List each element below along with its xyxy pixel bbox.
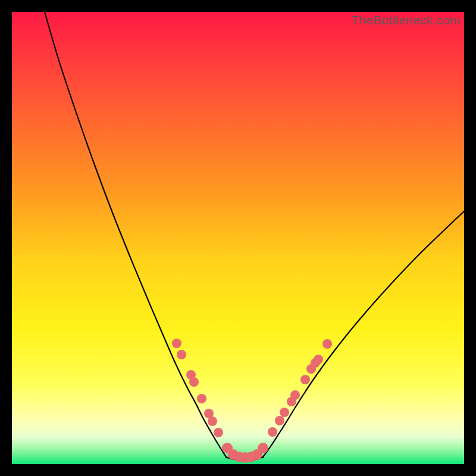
- data-marker: [197, 394, 206, 403]
- data-marker: [258, 443, 268, 453]
- watermark-text: TheBottleneck.com: [352, 13, 461, 27]
- data-marker: [208, 416, 217, 426]
- data-marker: [214, 428, 223, 437]
- data-marker: [322, 339, 332, 349]
- chart-frame: TheBottleneck.com: [12, 12, 464, 464]
- data-marker: [280, 408, 289, 417]
- gradient-background: [12, 12, 464, 464]
- data-marker: [189, 377, 199, 387]
- data-marker: [275, 416, 284, 425]
- bottleneck-chart: [12, 12, 464, 464]
- data-marker: [314, 355, 323, 364]
- data-marker: [172, 339, 181, 348]
- data-marker: [300, 375, 310, 384]
- data-marker: [268, 427, 277, 437]
- data-marker: [290, 390, 300, 400]
- data-marker: [177, 350, 186, 359]
